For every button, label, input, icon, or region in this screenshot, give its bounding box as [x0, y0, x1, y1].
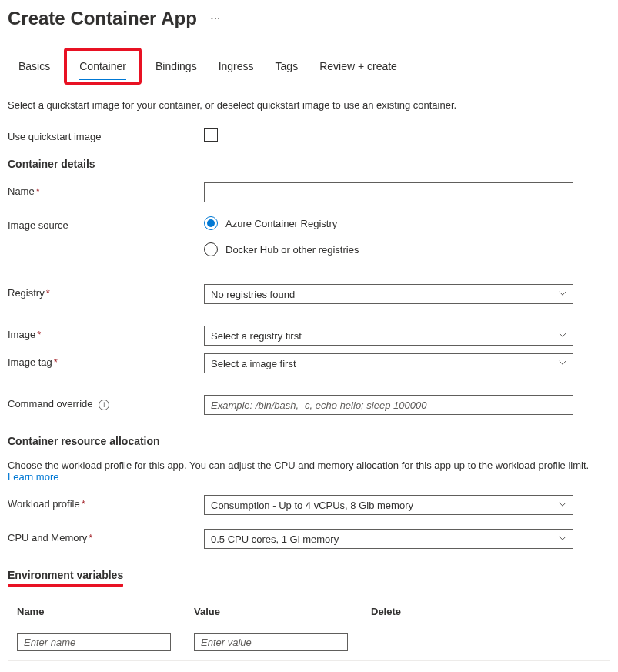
image-source-row: Image source Azure Container Registry Do…	[8, 216, 610, 256]
env-vars-table: Name Value Delete	[8, 600, 610, 661]
required-asterisk: *	[37, 329, 41, 340]
radio-docker[interactable]	[204, 242, 218, 256]
radio-acr-label: Azure Container Registry	[225, 218, 337, 229]
required-asterisk: *	[36, 186, 40, 197]
env-value-input[interactable]	[194, 633, 348, 651]
registry-select-value: No registries found	[211, 289, 295, 300]
cpu-memory-value: 0.5 CPU cores, 1 Gi memory	[211, 533, 339, 545]
required-asterisk: *	[82, 498, 85, 510]
command-override-label-text: Command override	[8, 398, 93, 410]
radio-acr[interactable]	[204, 216, 218, 230]
resource-allocation-heading: Container resource allocation	[8, 435, 610, 447]
required-asterisk: *	[89, 532, 92, 543]
name-input[interactable]	[204, 182, 573, 202]
chevron-down-icon	[559, 533, 566, 545]
resource-allocation-desc: Choose the workload profile for this app…	[8, 460, 610, 483]
learn-more-link[interactable]: Learn more	[8, 471, 58, 483]
info-icon[interactable]: i	[99, 400, 109, 410]
tab-bindings[interactable]: Bindings	[145, 54, 208, 79]
workload-profile-value: Consumption - Up to 4 vCPUs, 8 Gib memor…	[211, 500, 413, 511]
image-tag-label: Image tag*	[8, 353, 204, 368]
chevron-down-icon	[559, 330, 566, 342]
tab-tags[interactable]: Tags	[265, 54, 309, 79]
image-label: Image*	[8, 326, 204, 340]
required-asterisk: *	[54, 356, 58, 368]
more-icon[interactable]: ···	[211, 13, 221, 24]
radio-option-acr[interactable]: Azure Container Registry	[204, 216, 573, 230]
quickstart-row: Use quickstart image	[8, 128, 610, 144]
highlight-container-tab: Container	[64, 48, 142, 85]
resource-allocation-desc-text: Choose the workload profile for this app…	[8, 460, 589, 471]
quickstart-checkbox[interactable]	[204, 128, 218, 142]
page-title-row: Create Container App ···	[8, 8, 610, 29]
cpu-memory-label-text: CPU and Memory	[8, 532, 87, 543]
image-label-text: Image	[8, 329, 35, 340]
command-override-label: Command override i	[8, 395, 204, 410]
image-select[interactable]: Select a registry first	[204, 326, 573, 346]
env-col-value: Value	[185, 600, 362, 630]
cpu-memory-row: CPU and Memory* 0.5 CPU cores, 1 Gi memo…	[8, 529, 610, 549]
image-tag-row: Image tag* Select a image first	[8, 353, 610, 373]
env-col-delete: Delete	[362, 600, 610, 630]
env-vars-heading-text: Environment variables	[8, 569, 123, 587]
chevron-down-icon	[559, 500, 566, 511]
quickstart-label: Use quickstart image	[8, 128, 204, 142]
cpu-memory-label: CPU and Memory*	[8, 529, 204, 543]
tab-container[interactable]: Container	[68, 54, 137, 79]
env-col-name: Name	[8, 600, 185, 630]
registry-row: Registry* No registries found	[8, 284, 610, 304]
image-row: Image* Select a registry first	[8, 326, 610, 346]
page-title: Create Container App	[8, 8, 197, 29]
cpu-memory-select[interactable]: 0.5 CPU cores, 1 Gi memory	[204, 529, 573, 549]
tabs: Basics Container Bindings Ingress Tags R…	[8, 48, 610, 85]
image-select-value: Select a registry first	[211, 330, 302, 342]
env-row	[8, 630, 610, 661]
image-tag-label-text: Image tag	[8, 356, 52, 368]
container-details-heading: Container details	[8, 158, 610, 170]
name-row: Name*	[8, 182, 610, 202]
workload-profile-label-text: Workload profile	[8, 498, 80, 510]
intro-text: Select a quickstart image for your conta…	[8, 99, 610, 111]
registry-select[interactable]: No registries found	[204, 284, 573, 304]
image-source-radio-group: Azure Container Registry Docker Hub or o…	[204, 216, 573, 256]
name-label-text: Name	[8, 186, 35, 197]
radio-option-docker[interactable]: Docker Hub or other registries	[204, 242, 573, 256]
command-override-row: Command override i	[8, 395, 610, 415]
command-override-input[interactable]	[204, 395, 573, 415]
image-source-label: Image source	[8, 216, 204, 231]
env-name-input[interactable]	[17, 633, 171, 651]
image-tag-select[interactable]: Select a image first	[204, 353, 573, 373]
tab-ingress[interactable]: Ingress	[208, 54, 265, 79]
env-vars-heading: Environment variables	[8, 569, 610, 587]
radio-docker-label: Docker Hub or other registries	[225, 244, 359, 256]
chevron-down-icon	[559, 289, 566, 300]
tab-review-create[interactable]: Review + create	[309, 54, 408, 79]
registry-label-text: Registry	[8, 287, 45, 299]
tab-basics[interactable]: Basics	[8, 54, 61, 79]
name-label: Name*	[8, 182, 204, 197]
workload-profile-label: Workload profile*	[8, 495, 204, 510]
registry-label: Registry*	[8, 284, 204, 299]
image-tag-select-value: Select a image first	[211, 358, 296, 369]
workload-profile-select[interactable]: Consumption - Up to 4 vCPUs, 8 Gib memor…	[204, 495, 573, 515]
required-asterisk: *	[46, 287, 50, 299]
chevron-down-icon	[559, 358, 566, 369]
workload-profile-row: Workload profile* Consumption - Up to 4 …	[8, 495, 610, 515]
